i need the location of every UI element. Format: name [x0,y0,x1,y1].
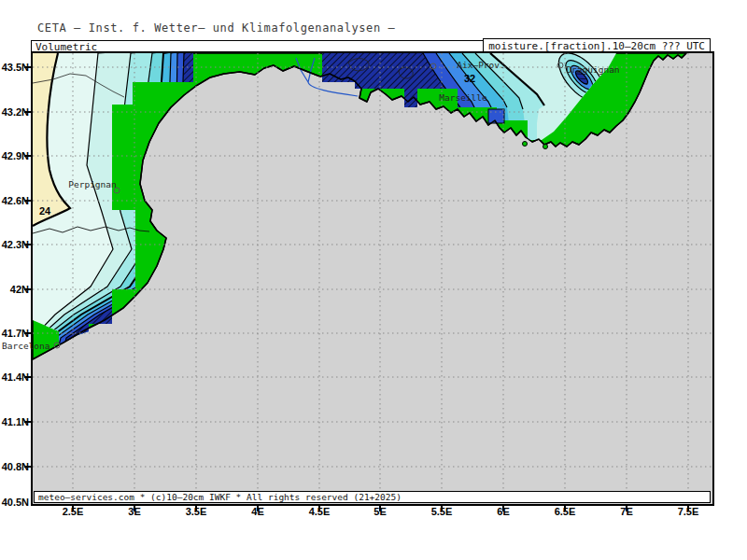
lat-tick-label: 41.4N [0,371,29,383]
weather-map-page: CETA – Inst. f. Wetter– und Klimafolgena… [0,0,747,560]
lon-tick-label: 7E [606,506,647,517]
lon-tick-label: 3.5E [176,506,217,517]
lon-tick-label: 3E [114,506,155,517]
map-frame: Perpignan Barcelona Aix–Prov. Marseille … [31,51,714,506]
lon-tick-label: 7.5E [668,506,709,517]
islet [523,142,528,147]
page-title: CETA – Inst. f. Wetter– und Klimafolgena… [37,21,395,35]
lat-tick-label: 41.1N [0,416,29,427]
copyright-bar: meteo–services.com * (c)10–20cm IWKF * A… [34,491,711,503]
city-label-aix: Aix–Prov. [457,60,504,70]
lat-tick-label: 42.9N [0,150,29,161]
city-label-perpignan: Perpignan [68,179,116,189]
lon-tick-label: 2.5E [52,506,93,517]
lat-tick-label: 42N [0,284,29,295]
lon-tick-label: 6.5E [544,506,585,517]
lat-tick-label: 40.5N [0,497,29,508]
lon-tick-label: 4.5E [299,506,340,517]
lat-tick-label: 40.8N [0,461,29,472]
lat-tick-label: 43.5N [0,62,29,73]
lat-tick-label: 42.6N [0,195,29,206]
moisture-cell [488,109,504,123]
lon-tick-label: 6E [483,506,524,517]
lon-tick-label: 5E [359,506,401,517]
city-label-marseille: Marseille [439,92,487,103]
islet [543,145,548,149]
lat-tick-label: 41.7N [0,328,29,339]
map-canvas: Perpignan Barcelona Aix–Prov. Marseille … [33,53,712,504]
city-label-barcelona: Barcelona [2,341,49,351]
contour-label-24: 24 [39,205,51,217]
lat-tick-label: 43.2N [0,106,29,118]
lon-tick-label: 4E [237,506,278,517]
lon-tick-label: 5.5E [421,506,462,517]
lat-tick-label: 42.3N [0,239,29,250]
contour-label-32: 32 [464,73,475,84]
city-label-draguignan: Draguignan [566,64,619,75]
